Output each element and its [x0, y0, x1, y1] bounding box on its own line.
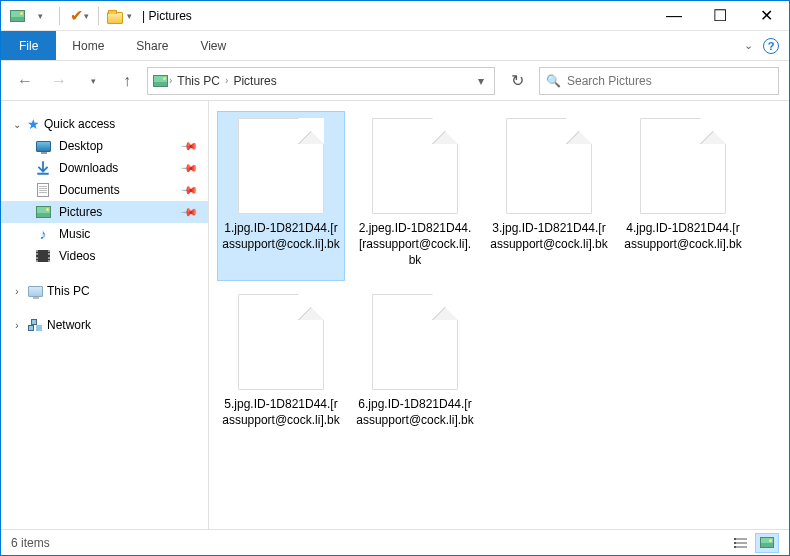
titlebar: ▾ ✔▾ ▾ | Pictures — ☐ ✕ [1, 1, 789, 31]
file-thumbnail-icon [372, 118, 458, 214]
ribbon-right: ⌄ ? [744, 31, 789, 60]
ribbon: File Home Share View ⌄ ? [1, 31, 789, 61]
refresh-button[interactable]: ↻ [501, 67, 533, 95]
breadcrumb-sep: › [225, 75, 228, 86]
file-tab[interactable]: File [1, 31, 56, 60]
desktop-icon [35, 139, 51, 153]
qat-dropdown[interactable]: ▾ [29, 5, 51, 27]
folder-icon [107, 9, 123, 23]
sidebar-group-quick-access: ⌄ ★ Quick access Desktop 📌 Downloads 📌 D… [1, 113, 208, 267]
videos-icon [35, 249, 51, 263]
file-thumbnail-icon [238, 294, 324, 390]
sidebar-item-pictures[interactable]: Pictures 📌 [1, 201, 208, 223]
recent-locations-button[interactable]: ▾ [79, 67, 107, 95]
back-button[interactable]: ← [11, 67, 39, 95]
file-name-label: 5.jpg.ID-1D821D44.[rassupport@cock.li].b… [222, 396, 340, 428]
search-box[interactable]: 🔍 [539, 67, 779, 95]
sidebar-this-pc-label: This PC [47, 284, 90, 298]
content-body: ⌄ ★ Quick access Desktop 📌 Downloads 📌 D… [1, 101, 789, 529]
file-item[interactable]: 4.jpg.ID-1D821D44.[rassupport@cock.li].b… [619, 111, 747, 281]
breadcrumb-pictures[interactable]: Pictures [229, 74, 280, 88]
sidebar-network-header[interactable]: › Network [1, 315, 208, 335]
tab-share[interactable]: Share [120, 31, 184, 60]
sidebar-item-videos[interactable]: Videos [1, 245, 208, 267]
sidebar-item-desktop[interactable]: Desktop 📌 [1, 135, 208, 157]
maximize-button[interactable]: ☐ [697, 1, 743, 31]
breadcrumb-this-pc[interactable]: This PC [173, 74, 224, 88]
network-icon [27, 318, 43, 332]
statusbar: 6 items [1, 529, 789, 555]
svg-rect-0 [734, 538, 736, 540]
sidebar-quick-access-header[interactable]: ⌄ ★ Quick access [1, 113, 208, 135]
pictures-icon [35, 205, 51, 219]
chevron-down-icon: ⌄ [11, 119, 23, 130]
thumbnails-view-icon [760, 537, 774, 548]
file-thumbnail-icon [506, 118, 592, 214]
tab-view[interactable]: View [184, 31, 242, 60]
explorer-app-icon [9, 9, 25, 23]
forward-button[interactable]: → [45, 67, 73, 95]
sidebar-group-network: › Network [1, 315, 208, 335]
chevron-right-icon: › [11, 286, 23, 297]
up-button[interactable]: ↑ [113, 67, 141, 95]
file-item[interactable]: 2.jpeg.ID-1D821D44.[rassupport@cock.li].… [351, 111, 479, 281]
qat-check-icon[interactable]: ✔▾ [68, 5, 90, 27]
music-icon: ♪ [35, 227, 51, 241]
sidebar-item-label: Music [59, 227, 90, 241]
pin-icon: 📌 [179, 158, 198, 177]
downloads-icon [35, 161, 51, 175]
file-item[interactable]: 1.jpg.ID-1D821D44.[rassupport@cock.li].b… [217, 111, 345, 281]
view-details-button[interactable] [729, 533, 753, 553]
pin-icon: 📌 [179, 136, 198, 155]
search-icon: 🔍 [546, 74, 561, 88]
sidebar-item-music[interactable]: ♪ Music [1, 223, 208, 245]
sidebar-item-documents[interactable]: Documents 📌 [1, 179, 208, 201]
qat-small-dropdown[interactable]: ▾ [127, 11, 132, 21]
sidebar-this-pc-header[interactable]: › This PC [1, 281, 208, 301]
sidebar-item-label: Desktop [59, 139, 103, 153]
file-name-label: 4.jpg.ID-1D821D44.[rassupport@cock.li].b… [624, 220, 742, 252]
sidebar: ⌄ ★ Quick access Desktop 📌 Downloads 📌 D… [1, 101, 209, 529]
sidebar-quick-access-label: Quick access [44, 117, 115, 131]
file-name-label: 2.jpeg.ID-1D821D44.[rassupport@cock.li].… [356, 220, 474, 269]
file-item[interactable]: 6.jpg.ID-1D821D44.[rassupport@cock.li].b… [351, 287, 479, 457]
ribbon-expand-icon[interactable]: ⌄ [744, 39, 753, 52]
status-right [729, 533, 779, 553]
close-button[interactable]: ✕ [743, 1, 789, 31]
file-name-label: 6.jpg.ID-1D821D44.[rassupport@cock.li].b… [356, 396, 474, 428]
tab-home[interactable]: Home [56, 31, 120, 60]
qat-separator [59, 7, 60, 25]
search-input[interactable] [567, 74, 772, 88]
qat-separator-2 [98, 7, 99, 25]
window-controls: — ☐ ✕ [651, 1, 789, 31]
status-item-count: 6 items [11, 536, 50, 550]
sidebar-item-downloads[interactable]: Downloads 📌 [1, 157, 208, 179]
window-title: | Pictures [142, 9, 192, 23]
pin-icon: 📌 [179, 202, 198, 221]
details-view-icon [734, 537, 748, 549]
file-item[interactable]: 5.jpg.ID-1D821D44.[rassupport@cock.li].b… [217, 287, 345, 457]
star-icon: ★ [27, 116, 40, 132]
main-content[interactable]: 1.jpg.ID-1D821D44.[rassupport@cock.li].b… [209, 101, 789, 529]
pin-icon: 📌 [179, 180, 198, 199]
this-pc-icon [27, 284, 43, 298]
navbar: ← → ▾ ↑ › This PC › Pictures ▾ ↻ 🔍 [1, 61, 789, 101]
file-name-label: 1.jpg.ID-1D821D44.[rassupport@cock.li].b… [222, 220, 340, 252]
file-thumbnail-icon [640, 118, 726, 214]
address-dropdown[interactable]: ▾ [472, 74, 490, 88]
titlebar-left: ▾ ✔▾ ▾ | Pictures [1, 5, 192, 27]
breadcrumb-sep: › [169, 75, 172, 86]
chevron-right-icon: › [11, 320, 23, 331]
svg-rect-2 [734, 546, 736, 548]
file-name-label: 3.jpg.ID-1D821D44.[rassupport@cock.li].b… [490, 220, 608, 252]
file-item[interactable]: 3.jpg.ID-1D821D44.[rassupport@cock.li].b… [485, 111, 613, 281]
svg-rect-1 [734, 542, 736, 544]
minimize-button[interactable]: — [651, 1, 697, 31]
sidebar-item-label: Documents [59, 183, 120, 197]
help-icon[interactable]: ? [763, 38, 779, 54]
sidebar-item-label: Videos [59, 249, 95, 263]
file-thumbnail-icon [238, 118, 324, 214]
file-thumbnail-icon [372, 294, 458, 390]
view-thumbnails-button[interactable] [755, 533, 779, 553]
address-bar[interactable]: › This PC › Pictures ▾ [147, 67, 495, 95]
